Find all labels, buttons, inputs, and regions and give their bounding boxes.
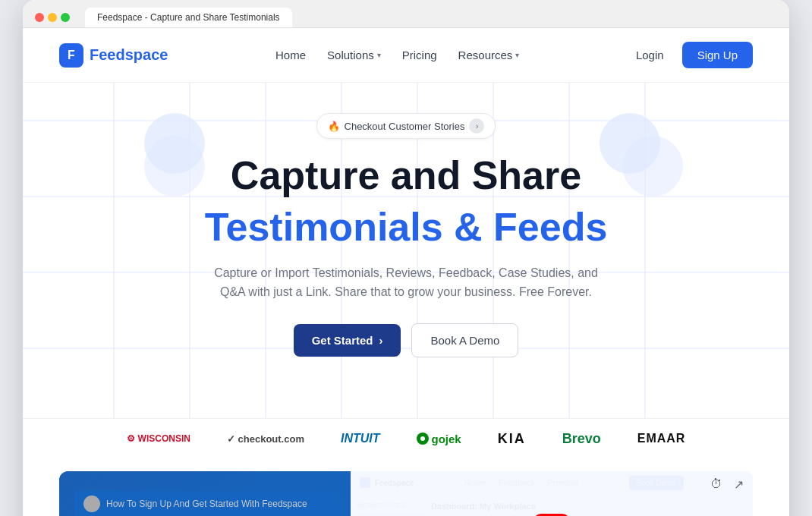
video-container[interactable]: How To Sign Up And Get Started With Feed… [59,471,753,516]
chevron-right-icon: › [469,118,484,134]
customer-stories-badge[interactable]: 🔥 Checkout Customer Stories › [316,113,496,139]
youtube-icon [83,496,100,512]
video-demo-area: How To Sign Up And Get Started With Feed… [59,471,351,516]
logo-intuit: INTUIT [341,432,380,445]
get-started-button[interactable]: Get Started › [294,324,401,357]
video-dashboard-preview: Feedspace Home Feedback Promote Book Dem… [351,471,753,516]
logos-section: ⚙ WISCONSIN ✓ checkout.com INTUIT gojek … [23,418,789,468]
nav-link-home[interactable]: Home [275,49,306,61]
time-icon: ⏱ [710,477,722,491]
logo-brevo: Brevo [562,431,601,447]
signup-button[interactable]: Sign Up [682,42,753,68]
logo-wisconsin: ⚙ WISCONSIN [127,433,190,444]
arrow-right-icon: › [379,334,382,347]
maximize-dot[interactable] [61,13,70,22]
gojek-dot-icon [417,433,429,445]
chevron-down-icon: ▾ [377,51,381,59]
video-bar: How To Sign Up And Get Started With Feed… [74,491,335,516]
nav-links: Home Solutions ▾ Pricing Resources ▾ [275,49,519,61]
hero-title-colored: Testimonials & Feeds [59,203,753,250]
hero-title-main: Capture and Share [59,154,753,197]
book-demo-button[interactable]: Book A Demo [411,323,518,357]
nav-actions: Login Sign Up [627,42,753,68]
logo-checkout: ✓ checkout.com [227,433,304,445]
logo-icon: F [59,43,83,68]
browser-dots [35,13,70,22]
nav-link-pricing[interactable]: Pricing [402,49,437,61]
logo-text: Feedspace [90,46,168,64]
browser-tab[interactable]: Feedspace - Capture and Share Testimonia… [85,8,292,27]
close-dot[interactable] [35,13,44,22]
hero-subtitle: Capture or Import Testimonials, Reviews,… [209,263,603,302]
browser-window: Feedspace - Capture and Share Testimonia… [23,0,789,516]
logo-gojek: gojek [417,433,461,445]
logo-kia: KIA [498,431,526,447]
login-button[interactable]: Login [627,42,673,68]
video-title: How To Sign Up And Get Started With Feed… [106,499,307,509]
video-section: How To Sign Up And Get Started With Feed… [23,471,789,516]
hero-buttons: Get Started › Book A Demo [59,323,753,357]
browser-chrome: Feedspace - Capture and Share Testimonia… [23,0,789,28]
video-overlay[interactable] [351,471,753,516]
hero-section: 🔥 Checkout Customer Stories › Capture an… [23,83,789,418]
hero-content: 🔥 Checkout Customer Stories › Capture an… [59,113,753,357]
page-content: F Feedspace Home Solutions ▾ Pricing [23,28,789,516]
logo[interactable]: F Feedspace [59,43,168,68]
nav-link-resources[interactable]: Resources ▾ [458,49,520,61]
minimize-dot[interactable] [48,13,57,22]
nav-link-solutions[interactable]: Solutions ▾ [327,49,381,61]
logo-emaar: EMAAR [637,432,686,445]
chevron-down-icon: ▾ [515,51,519,59]
share-icon: ↗ [734,477,744,492]
fire-icon: 🔥 [328,121,340,132]
navbar: F Feedspace Home Solutions ▾ Pricing [23,28,789,83]
